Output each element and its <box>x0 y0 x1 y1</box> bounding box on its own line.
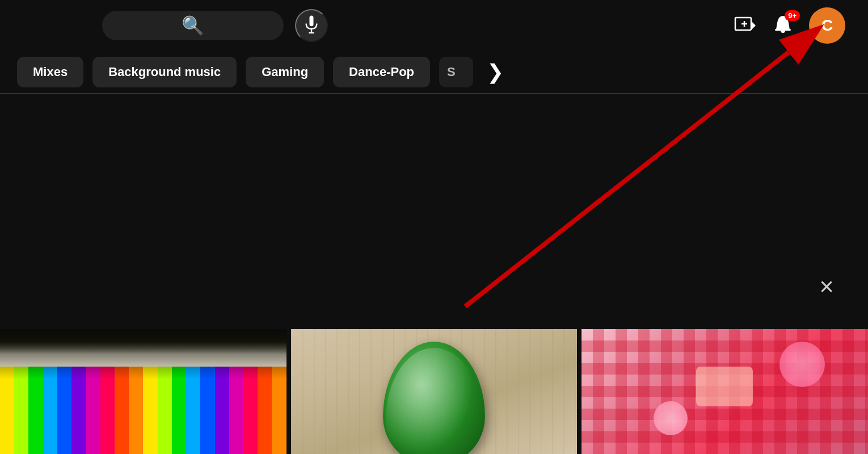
categories-bar: Mixes Background music Gaming Dance-Pop … <box>0 51 868 93</box>
thumbnail-egg[interactable] <box>291 329 578 454</box>
thumbnails-row <box>0 329 868 454</box>
create-button[interactable] <box>734 15 757 36</box>
create-icon <box>734 15 757 36</box>
svg-rect-7 <box>775 29 791 31</box>
section-divider <box>0 93 868 94</box>
mic-button[interactable] <box>295 9 328 42</box>
close-button[interactable]: × <box>819 272 834 301</box>
avatar-button[interactable]: C <box>809 7 845 44</box>
search-bar[interactable]: 🔍 <box>102 11 284 40</box>
avatar-letter: C <box>821 16 833 35</box>
mic-icon <box>304 15 319 36</box>
category-chip-partial[interactable]: S <box>439 57 473 87</box>
search-icon: 🔍 <box>182 15 204 36</box>
category-chip-background-music[interactable]: Background music <box>92 57 237 87</box>
category-chip-mixes[interactable]: Mixes <box>17 57 83 87</box>
thumbnail-pink[interactable] <box>582 329 868 454</box>
category-chip-dance-pop[interactable]: Dance-Pop <box>333 57 430 87</box>
svg-rect-0 <box>310 16 314 27</box>
svg-marker-4 <box>751 21 756 30</box>
notification-badge: 9+ <box>785 10 800 21</box>
header-actions: 9+ C <box>734 7 845 44</box>
search-area: 🔍 <box>102 9 328 42</box>
categories-next-button[interactable]: ❯ <box>487 60 504 84</box>
category-chip-gaming[interactable]: Gaming <box>246 57 324 87</box>
header: 🔍 9+ <box>0 0 868 51</box>
notification-button[interactable]: 9+ <box>773 15 793 36</box>
thumbnail-markers[interactable] <box>0 329 286 454</box>
